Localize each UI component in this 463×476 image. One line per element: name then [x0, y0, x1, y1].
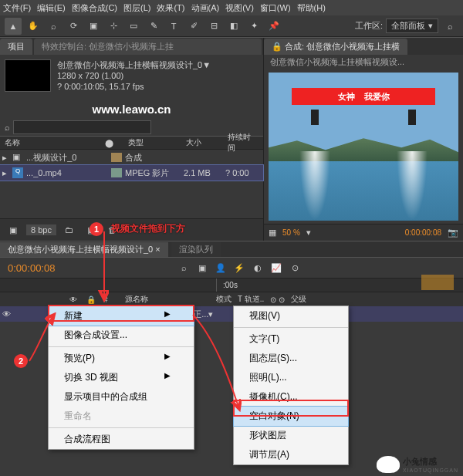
project-row-video[interactable]: ▸ Q ..._0.mp4 MPEG 影片 2.1 MB ? 0:00: [0, 165, 263, 181]
tool-pen[interactable]: ✎: [145, 18, 162, 35]
watermark-logo: 小兔情感 XIAOTUQINGGAN: [377, 456, 458, 473]
zoom-value[interactable]: 50 %: [282, 228, 300, 237]
ctx-switch-3d[interactable]: 切换 3D 视图▶: [49, 368, 194, 387]
col-size[interactable]: 大小: [181, 137, 223, 148]
layer-mode[interactable]: 正...: [193, 309, 208, 320]
context-menu-main: 新建▶ 图像合成设置... 预览(P)▶ 切换 3D 视图▶ 显示项目中的合成组…: [48, 306, 194, 450]
ctx-flowchart[interactable]: 合成流程图: [49, 430, 194, 449]
shy-icon[interactable]: 👤: [212, 259, 229, 276]
col-label-icon[interactable]: ⬤: [105, 139, 113, 147]
timeline-columns: 👁 🔒 # 源名称 模式 T 轨道.. ⊙ ⊙ 父级: [0, 292, 463, 306]
col-trkmat[interactable]: T 轨道..: [238, 294, 264, 305]
row-size: 2.1 MB: [184, 168, 225, 177]
menu-effect[interactable]: 效果(T): [157, 2, 184, 14]
col-name[interactable]: 名称: [0, 137, 100, 148]
timeline-ruler[interactable]: :00s: [0, 279, 463, 292]
ctx-new-solid[interactable]: 固态层(S)...: [234, 349, 348, 368]
timeline-tab-comp[interactable]: 创意微信小视频海上挂横幅视频设计_0 ×: [0, 242, 168, 257]
col-mode[interactable]: 模式: [216, 294, 231, 305]
menu-file[interactable]: 文件(F): [3, 2, 31, 14]
menu-help[interactable]: 帮助(H): [297, 2, 326, 14]
eye-icon[interactable]: 👁: [0, 309, 12, 319]
ctx-new-shape[interactable]: 形状图层: [234, 426, 348, 445]
banner-text-right: 我爱你: [364, 91, 390, 103]
viewer-breadcrumb[interactable]: 创意微信小视频海上挂横幅视频设...: [264, 55, 463, 69]
col-type[interactable]: 类型: [123, 137, 182, 148]
viewer-lock-icon: 🔒: [272, 42, 282, 51]
project-row-comp[interactable]: ▸ ▣ ...视频设计_0 合成: [0, 150, 263, 165]
ctx-comp-settings[interactable]: 图像合成设置...: [49, 326, 194, 345]
comp-info: 创意微信小视频海上挂横幅视频设计_0▼ 1280 x 720 (1.00) ? …: [57, 59, 211, 92]
ctx-new[interactable]: 新建▶: [49, 306, 194, 326]
tab-effect-controls[interactable]: 特效控制台: 创意微信小视频海上挂: [34, 39, 262, 55]
tool-zoom[interactable]: ⌕: [45, 18, 62, 35]
watermark: www.leawo.cn: [0, 96, 263, 119]
chevron-down-icon: ▾: [428, 21, 433, 31]
menu-comp[interactable]: 图像合成(C): [72, 2, 117, 14]
tool-selection[interactable]: ▲: [5, 18, 22, 35]
tab-project[interactable]: 项目: [0, 39, 32, 55]
annotation-badge-2: 2: [14, 354, 28, 368]
row-name: ..._0.mp4: [26, 168, 111, 177]
tool-hand[interactable]: ✋: [25, 18, 42, 35]
tool-roto[interactable]: ✦: [245, 18, 262, 35]
viewer-time[interactable]: 0:00:00:08: [405, 228, 441, 237]
brain-icon[interactable]: ⊙: [286, 259, 303, 276]
viewer-canvas[interactable]: 女神 我爱你: [269, 73, 458, 221]
motion-blur-icon[interactable]: ◐: [249, 259, 266, 276]
timeline-tab-render[interactable]: 渲染队列: [171, 242, 221, 257]
interpret-icon[interactable]: ▣: [5, 221, 22, 238]
work-area-bar[interactable]: [421, 275, 454, 290]
menu-window[interactable]: 窗口(W): [260, 2, 291, 14]
viewer-controls: ▦ 50 % ▾ 0:00:00:08 📷: [264, 224, 463, 241]
search-icon[interactable]: ⌕: [175, 259, 192, 276]
ctx-new-null[interactable]: 空白对象(N): [234, 407, 348, 426]
menu-anim[interactable]: 动画(A): [191, 2, 220, 14]
snapshot-icon[interactable]: 📷: [448, 228, 458, 238]
search-icon[interactable]: ⌕: [5, 123, 10, 132]
ctx-preview[interactable]: 预览(P)▶: [49, 349, 194, 368]
menu-layer[interactable]: 图层(L): [123, 2, 150, 14]
ruler-tick: :00s: [217, 281, 244, 289]
tool-brush[interactable]: ✐: [185, 18, 202, 35]
comp-mini-icon[interactable]: ▣: [194, 259, 211, 276]
tool-rotate[interactable]: ⟳: [65, 18, 82, 35]
banner-overlay: 女神 我爱你: [292, 88, 435, 105]
tool-camera[interactable]: ▣: [85, 18, 102, 35]
new-folder-icon[interactable]: 🗀: [61, 221, 78, 238]
tab-comp-viewer[interactable]: 🔒 合成: 创意微信小视频海上挂横: [264, 39, 407, 55]
context-menu-new: 视图(V) 文字(T) 固态层(S)... 照明(L)... 摄像机(C)...…: [233, 306, 349, 465]
row-type: MPEG 影片: [125, 167, 184, 179]
label-swatch: [111, 168, 122, 177]
ctx-new-light[interactable]: 照明(L)...: [234, 368, 348, 387]
tool-stamp[interactable]: ⊟: [205, 18, 222, 35]
menu-view[interactable]: 视图(V): [225, 2, 254, 14]
ctx-new-view[interactable]: 视图(V): [234, 306, 348, 326]
project-search-input[interactable]: [13, 120, 151, 134]
tool-pin[interactable]: 📌: [265, 18, 282, 35]
col-source[interactable]: 源名称: [125, 294, 210, 305]
menu-bar: 文件(F) 编辑(E) 图像合成(C) 图层(L) 效果(T) 动画(A) 视图…: [0, 0, 463, 15]
tool-eraser[interactable]: ◧: [225, 18, 242, 35]
workspace-label: 工作区:: [355, 20, 383, 32]
logo-text: 小兔情感: [403, 456, 458, 468]
workspace-combo[interactable]: 全部面板 ▾: [386, 19, 438, 33]
graph-icon[interactable]: 📈: [268, 259, 285, 276]
ctx-new-camera[interactable]: 摄像机(C)...: [234, 387, 348, 407]
tool-anchor[interactable]: ⊹: [105, 18, 122, 35]
grid-icon[interactable]: ▦: [269, 228, 276, 238]
ctx-new-adjust[interactable]: 调节层(A): [234, 445, 348, 464]
tool-text[interactable]: T: [165, 18, 182, 35]
fx-icon[interactable]: ⚡: [231, 259, 248, 276]
search-icon[interactable]: ⌕: [441, 18, 458, 35]
timeline-timecode[interactable]: 0:00:00:08: [0, 262, 63, 274]
chevron-down-icon[interactable]: ▾: [306, 228, 311, 238]
bpc-button[interactable]: 8 bpc: [26, 224, 56, 235]
bunny-icon: [377, 456, 400, 473]
col-parent[interactable]: 父级: [291, 294, 306, 305]
ctx-show-comp[interactable]: 显示项目中的合成组: [49, 387, 194, 407]
ctx-new-text[interactable]: 文字(T): [234, 329, 348, 349]
menu-edit[interactable]: 编辑(E): [37, 2, 66, 14]
tool-rect[interactable]: ▭: [125, 18, 142, 35]
timeline-tab-label: 创意微信小视频海上挂横幅视频设计_0: [8, 245, 153, 254]
